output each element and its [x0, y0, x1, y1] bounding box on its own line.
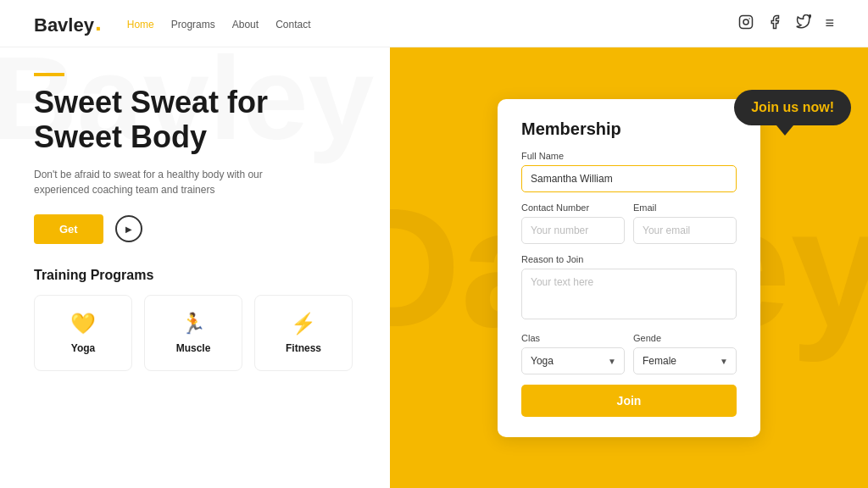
logo[interactable]: Bavley.: [34, 11, 102, 36]
class-col: Clas Yoga Muscle Fitness ▼: [521, 333, 625, 385]
gender-col: Gende Female Male Other ▼: [633, 333, 737, 385]
gender-select[interactable]: Female Male Other: [633, 347, 737, 374]
contact-email-row: Contact Number Email: [521, 202, 737, 254]
contact-label: Contact Number: [521, 202, 625, 213]
nav-link-programs[interactable]: Programs: [171, 19, 215, 30]
hero-title: Sweet Sweat for Sweet Body: [34, 85, 356, 155]
training-section-title: Training Programs: [34, 268, 356, 283]
fitness-label: Fitness: [286, 342, 321, 354]
left-panel: Bavley Sweet Sweat for Sweet Body Don't …: [0, 47, 390, 488]
email-col: Email: [633, 202, 737, 254]
contact-input[interactable]: [521, 217, 625, 244]
hero-subtitle: Don't be afraid to sweat for a healthy b…: [34, 167, 271, 197]
nav-item-programs[interactable]: Programs: [171, 16, 215, 31]
nav-item-home[interactable]: Home: [127, 16, 154, 31]
speech-bubble-highlight: Join: [751, 100, 779, 114]
svg-rect-0: [740, 15, 753, 28]
muscle-icon: 🏃: [181, 312, 206, 336]
play-icon: ▶: [125, 225, 132, 234]
form-title: Membership: [521, 119, 737, 139]
facebook-icon[interactable]: [767, 14, 782, 33]
muscle-label: Muscle: [176, 342, 211, 354]
svg-point-2: [749, 18, 751, 19]
speech-bubble-text: Join us now!: [751, 100, 834, 114]
full-name-label: Full Name: [521, 151, 737, 161]
fitness-icon: ⚡: [291, 312, 316, 336]
navbar: Bavley. Home Programs About Contact ≡: [0, 0, 868, 47]
class-select-wrapper: Yoga Muscle Fitness ▼: [521, 347, 625, 374]
yoga-label: Yoga: [71, 342, 95, 354]
get-button[interactable]: Get: [34, 214, 103, 244]
yoga-icon: 💛: [70, 312, 96, 336]
twitter-icon[interactable]: [796, 14, 811, 33]
email-input[interactable]: [633, 217, 737, 244]
instagram-icon[interactable]: [738, 14, 754, 33]
speech-bubble-body: us now!: [779, 100, 834, 114]
training-card-fitness[interactable]: ⚡ Fitness: [254, 295, 353, 371]
hamburger-icon[interactable]: ≡: [825, 14, 834, 32]
logo-text: Bavley: [34, 14, 94, 36]
nav-item-about[interactable]: About: [232, 16, 259, 31]
nav-link-contact[interactable]: Contact: [275, 19, 310, 30]
gender-select-wrapper: Female Male Other ▼: [633, 347, 737, 374]
contact-col: Contact Number: [521, 202, 625, 254]
nav-link-about[interactable]: About: [232, 19, 259, 30]
btn-row: Get ▶: [34, 214, 356, 244]
membership-form-card: Membership Full Name Contact Number Emai…: [498, 99, 760, 437]
reason-textarea[interactable]: [521, 269, 737, 319]
training-card-muscle[interactable]: 🏃 Muscle: [144, 295, 242, 371]
email-label: Email: [633, 202, 737, 213]
reason-label: Reason to Join: [521, 254, 737, 264]
logo-dot: .: [95, 11, 102, 35]
class-select[interactable]: Yoga Muscle Fitness: [521, 347, 625, 374]
join-button[interactable]: Join: [521, 385, 737, 417]
yellow-bar: [34, 73, 64, 76]
nav-link-home[interactable]: Home: [127, 19, 154, 30]
svg-point-1: [743, 19, 748, 25]
nav-links: Home Programs About Contact: [127, 16, 739, 31]
nav-icons: ≡: [738, 14, 834, 33]
left-content: Sweet Sweat for Sweet Body Don't be afra…: [34, 73, 356, 371]
class-gender-row: Clas Yoga Muscle Fitness ▼ Gende: [521, 333, 737, 385]
main-content: Bavley Sweet Sweat for Sweet Body Don't …: [0, 47, 868, 488]
speech-bubble: Join us now!: [734, 90, 851, 125]
nav-item-contact[interactable]: Contact: [275, 16, 310, 31]
right-panel: Davley Join us now! Membership Full Name…: [390, 47, 868, 488]
class-label: Clas: [521, 333, 625, 343]
training-card-yoga[interactable]: 💛 Yoga: [34, 295, 132, 371]
play-button[interactable]: ▶: [115, 215, 142, 242]
full-name-input[interactable]: [521, 165, 737, 192]
training-cards: 💛 Yoga 🏃 Muscle ⚡ Fitness: [34, 295, 356, 371]
gender-label: Gende: [633, 333, 737, 343]
